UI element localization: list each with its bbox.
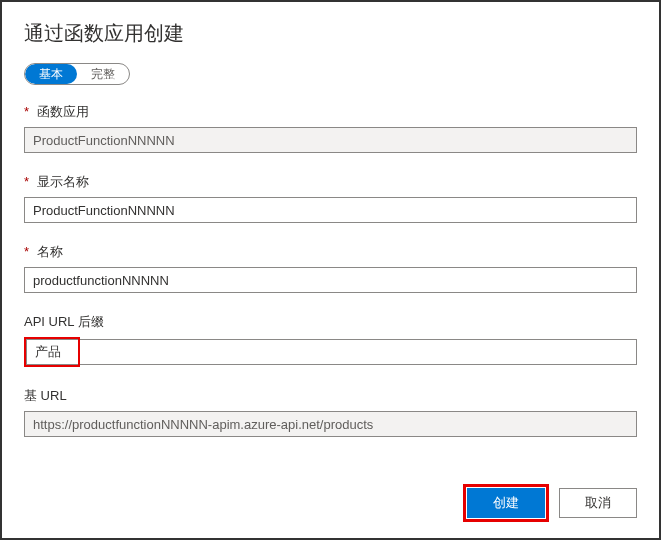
- required-marker: *: [24, 244, 29, 259]
- api-url-suffix-rest[interactable]: [80, 339, 637, 365]
- create-button[interactable]: 创建: [467, 488, 545, 518]
- base-url-label: 基 URL: [24, 387, 637, 405]
- create-from-function-app-dialog: 通过函数应用创建 基本 完整 * 函数应用 * 显示名称 * 名称 API UR…: [0, 0, 661, 540]
- mode-toggle: 基本 完整: [24, 63, 130, 85]
- field-base-url: 基 URL: [24, 387, 637, 437]
- field-api-url-suffix: API URL 后缀: [24, 313, 637, 367]
- function-app-input[interactable]: [24, 127, 637, 153]
- toggle-full[interactable]: 完整: [77, 64, 129, 84]
- api-url-suffix-label: API URL 后缀: [24, 313, 637, 331]
- label-text: 函数应用: [37, 104, 89, 119]
- api-url-suffix-input[interactable]: [26, 339, 78, 365]
- display-name-label: * 显示名称: [24, 173, 637, 191]
- toggle-basic[interactable]: 基本: [25, 64, 77, 84]
- label-text: 显示名称: [37, 174, 89, 189]
- name-label: * 名称: [24, 243, 637, 261]
- field-function-app: * 函数应用: [24, 103, 637, 153]
- required-marker: *: [24, 174, 29, 189]
- base-url-input[interactable]: [24, 411, 637, 437]
- create-button-highlight: 创建: [463, 484, 549, 522]
- function-app-label: * 函数应用: [24, 103, 637, 121]
- api-url-suffix-row: [24, 337, 637, 367]
- field-name: * 名称: [24, 243, 637, 293]
- label-text: API URL 后缀: [24, 314, 104, 329]
- name-input[interactable]: [24, 267, 637, 293]
- required-marker: *: [24, 104, 29, 119]
- field-display-name: * 显示名称: [24, 173, 637, 223]
- dialog-footer: 创建 取消: [463, 484, 637, 522]
- label-text: 基 URL: [24, 388, 67, 403]
- label-text: 名称: [37, 244, 63, 259]
- dialog-title: 通过函数应用创建: [24, 20, 637, 47]
- api-url-suffix-highlight: [24, 337, 80, 367]
- cancel-button[interactable]: 取消: [559, 488, 637, 518]
- display-name-input[interactable]: [24, 197, 637, 223]
